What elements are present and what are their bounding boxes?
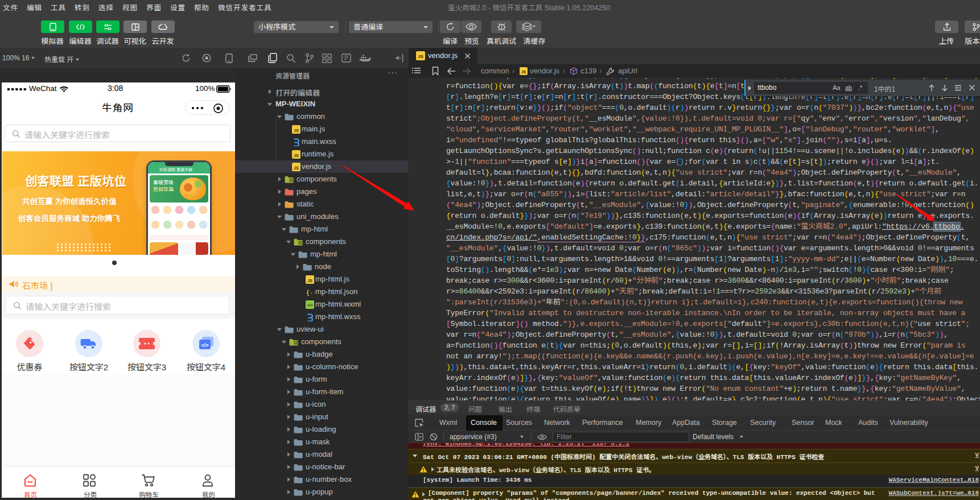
svg-text:JS: JS <box>294 166 299 171</box>
svg-text:JS: JS <box>521 70 526 74</box>
svg-text:JS: JS <box>307 278 312 283</box>
svg-text:JS: JS <box>294 153 299 158</box>
svg-text:JS: JS <box>418 54 423 59</box>
svg-text:</>: </> <box>307 303 312 307</box>
svg-text:{··}: {··} <box>306 290 315 296</box>
svg-text:JS: JS <box>294 128 299 133</box>
svg-text:</>: </> <box>201 342 208 348</box>
